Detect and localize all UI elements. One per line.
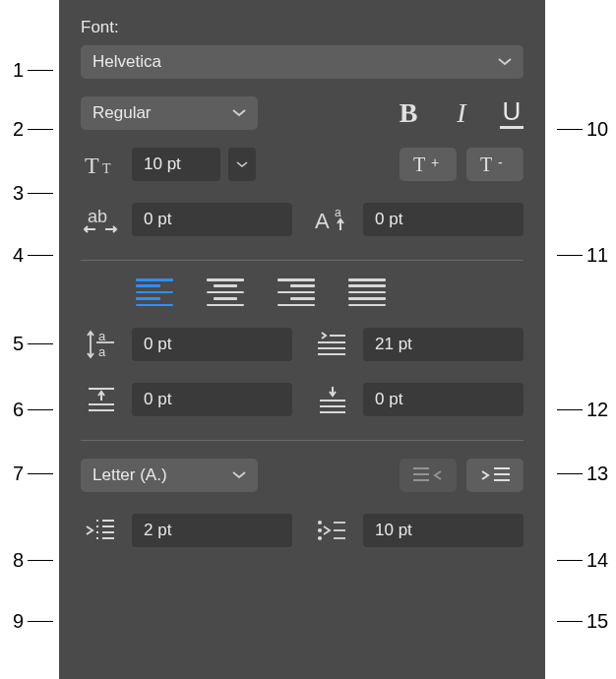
- callout-15: 15: [586, 610, 616, 633]
- list-format-value: Letter (A.): [92, 465, 167, 485]
- list-format-dropdown[interactable]: Letter (A.): [81, 459, 258, 492]
- increase-size-button[interactable]: T+: [400, 148, 457, 181]
- callout-10: 10: [586, 118, 616, 141]
- baseline-icon: A a: [312, 203, 353, 236]
- italic-button[interactable]: I: [447, 97, 476, 129]
- space-before-input[interactable]: 0 pt: [132, 383, 292, 416]
- callout-11: 11: [586, 244, 616, 267]
- svg-text:T: T: [480, 154, 492, 175]
- space-after-icon: [312, 383, 353, 416]
- align-left-button[interactable]: [136, 278, 173, 306]
- callout-2: 2: [0, 118, 24, 141]
- svg-text:A: A: [315, 209, 330, 233]
- svg-point-40: [319, 537, 321, 539]
- text-inset-input[interactable]: 2 pt: [132, 514, 292, 547]
- marker-inset-input[interactable]: 10 pt: [363, 514, 524, 547]
- svg-point-39: [319, 529, 321, 531]
- baseline-input[interactable]: 0 pt: [363, 203, 524, 236]
- svg-text:ab: ab: [88, 207, 107, 226]
- divider: [81, 260, 524, 261]
- svg-point-38: [319, 522, 321, 524]
- svg-text:a: a: [335, 206, 341, 219]
- font-family-dropdown[interactable]: Helvetica: [81, 45, 524, 79]
- space-before-icon: [81, 383, 122, 416]
- font-style-value: Regular: [92, 103, 152, 123]
- decrease-size-button[interactable]: T-: [466, 148, 524, 181]
- underline-button[interactable]: U: [500, 98, 524, 129]
- chevron-down-icon: [498, 55, 512, 69]
- callout-14: 14: [586, 549, 616, 572]
- svg-text:a: a: [98, 329, 106, 343]
- marker-inset-icon: [312, 514, 353, 547]
- font-label: Font:: [81, 18, 524, 37]
- font-size-icon: TT: [81, 148, 122, 181]
- callout-12: 12: [586, 399, 616, 421]
- chevron-down-icon: [232, 106, 246, 120]
- indent-button[interactable]: [466, 459, 524, 492]
- callout-6: 6: [0, 399, 24, 421]
- tracking-input[interactable]: 0 pt: [132, 203, 292, 236]
- callout-9: 9: [0, 610, 24, 633]
- callout-1: 1: [0, 59, 24, 82]
- line-spacing-input[interactable]: 0 pt: [132, 328, 292, 361]
- text-inspector-panel: Font: Helvetica Regular B I U TT 10 pt: [59, 0, 545, 679]
- svg-text:T: T: [413, 154, 425, 175]
- svg-text:T: T: [102, 161, 111, 176]
- svg-text:+: +: [431, 154, 439, 170]
- outdent-button[interactable]: [400, 459, 457, 492]
- font-size-input[interactable]: 10 pt: [132, 148, 220, 181]
- callout-5: 5: [0, 333, 24, 355]
- first-line-indent-input[interactable]: 21 pt: [363, 328, 524, 361]
- align-right-button[interactable]: [277, 278, 315, 306]
- space-after-input[interactable]: 0 pt: [363, 383, 524, 416]
- bold-button[interactable]: B: [394, 97, 423, 129]
- callout-4: 4: [0, 244, 24, 267]
- svg-text:-: -: [498, 154, 503, 170]
- line-spacing-icon: a a: [81, 328, 122, 361]
- font-style-dropdown[interactable]: Regular: [81, 96, 258, 130]
- callout-7: 7: [0, 463, 24, 485]
- align-center-button[interactable]: [207, 278, 244, 306]
- callout-3: 3: [0, 182, 24, 205]
- text-inset-icon: [81, 514, 122, 547]
- divider: [81, 440, 524, 441]
- tracking-icon: ab: [81, 203, 122, 236]
- align-justify-button[interactable]: [348, 278, 386, 306]
- callout-8: 8: [0, 549, 24, 572]
- svg-text:T: T: [85, 153, 99, 177]
- font-size-stepper[interactable]: [228, 148, 256, 181]
- chevron-down-icon: [232, 468, 246, 482]
- callout-13: 13: [586, 463, 616, 485]
- svg-text:a: a: [98, 344, 106, 359]
- font-family-value: Helvetica: [92, 52, 161, 72]
- first-line-indent-icon: [312, 328, 353, 361]
